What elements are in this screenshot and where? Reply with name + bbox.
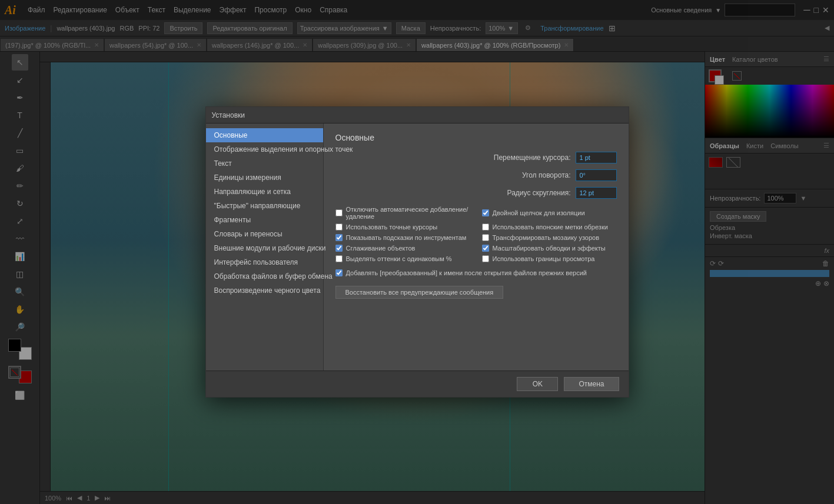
dialog-section-title: Основные [335, 133, 617, 142]
checkbox-label-8: Выделять оттенки с одинаковым % [346, 255, 452, 262]
dialog-menu-item-4[interactable]: Направляющие и сетка [206, 185, 323, 199]
field-label-0: Перемещение курсора: [483, 153, 571, 162]
checkbox-row-0: Отключить автоматическое добавление/удал… [335, 206, 470, 220]
dialog-menu-item-5[interactable]: "Быстрые" направляющие [206, 199, 323, 213]
dialog-menu-item-1[interactable]: Отображение выделения и опорных точек [206, 142, 323, 156]
checkbox-2[interactable] [335, 223, 343, 231]
checkboxes-area: Отключить автоматическое добавление/удал… [335, 206, 617, 262]
dialog-footer: OK Отмена [206, 371, 629, 397]
checkbox-row-2: Использовать точные курсоры [335, 223, 470, 231]
checkbox-7[interactable] [482, 245, 489, 252]
dialog-menu-item-2[interactable]: Текст [206, 156, 323, 171]
cancel-button[interactable]: Отмена [564, 377, 619, 391]
field-input-0[interactable] [576, 152, 617, 163]
field-label-1: Угол поворота: [483, 171, 571, 179]
dialog-content: Основные Перемещение курсора: Угол повор… [324, 124, 629, 371]
dialog-menu-item-0[interactable]: Основные [206, 128, 323, 142]
checkbox-label-3: Использовать японские метки обрезки [493, 223, 608, 231]
dialog-body: ОсновныеОтображение выделения и опорных … [206, 124, 629, 371]
checkbox-row-3: Использовать японские метки обрезки [482, 223, 617, 231]
ok-button[interactable]: OK [517, 377, 558, 391]
dialog-menu-item-6[interactable]: Фрагменты [206, 213, 323, 227]
checkbox-label-7: Масштабировать обводки и эффекты [493, 245, 606, 252]
checkbox-row-7: Масштабировать обводки и эффекты [482, 245, 617, 252]
preferences-dialog: Установки ОсновныеОтображение выделения … [205, 106, 629, 398]
field-input-1[interactable] [576, 169, 617, 181]
checkbox-label-2: Использовать точные курсоры [346, 223, 438, 231]
checkbox-9[interactable] [482, 255, 489, 262]
checkbox-long[interactable] [335, 269, 343, 276]
dialog-menu-item-11[interactable]: Воспроизведение черного цвета [206, 283, 323, 298]
dialog-menu-item-3[interactable]: Единицы измерения [206, 171, 323, 185]
checkbox-8[interactable] [335, 255, 343, 262]
checkbox-label-4: Показывать подсказки по инструментам [346, 234, 467, 241]
checkbox-4[interactable] [335, 234, 343, 241]
restore-warnings-btn[interactable]: Восстановить все предупреждающие сообщен… [335, 286, 504, 299]
checkbox-row-6: Сглаживание объектов [335, 245, 470, 252]
checkbox-row-8: Выделять оттенки с одинаковым % [335, 255, 470, 262]
checkbox-long-label: Добавлять [преобразованный] к имени посл… [346, 269, 587, 276]
checkbox-0[interactable] [335, 209, 343, 216]
dialog-titlebar: Установки [206, 107, 629, 124]
checkbox-3[interactable] [482, 223, 489, 231]
checkbox-row-long: Добавлять [преобразованный] к имени посл… [335, 269, 617, 276]
dialog-menu-item-8[interactable]: Внешние модули и рабочие диски [206, 241, 323, 255]
checkbox-row-4: Показывать подсказки по инструментам [335, 234, 470, 241]
dialog-menu-item-10[interactable]: Обработка файлов и буфер обмена [206, 269, 323, 283]
checkbox-label-5: Трансформировать мозаику узоров [493, 234, 600, 241]
checkbox-1[interactable] [482, 209, 489, 216]
dialog-menu-item-9[interactable]: Интерфейс пользователя [206, 255, 323, 269]
field-input-2[interactable] [576, 187, 617, 199]
checkbox-label-0: Отключить автоматическое добавление/удал… [346, 206, 470, 220]
checkbox-6[interactable] [335, 245, 343, 252]
checkbox-label-6: Сглаживание объектов [346, 245, 416, 252]
checkbox-row-5: Трансформировать мозаику узоров [482, 234, 617, 241]
field-row-1: Угол поворота: [335, 169, 617, 181]
field-row-2: Радиус скругления: [335, 187, 617, 199]
restore-btn-row: Восстановить все предупреждающие сообщен… [335, 286, 617, 299]
checkbox-label-9: Использовать границы просмотра [493, 255, 595, 262]
dialog-overlay: Установки ОсновныеОтображение выделения … [0, 0, 834, 504]
dialog-sidebar: ОсновныеОтображение выделения и опорных … [206, 124, 324, 371]
field-label-2: Радиус скругления: [483, 189, 571, 197]
field-row-0: Перемещение курсора: [335, 152, 617, 163]
checkbox-5[interactable] [482, 234, 489, 241]
dialog-menu-item-7[interactable]: Словарь и переносы [206, 227, 323, 241]
checkbox-row-1: Двойной щелчок для изоляции [482, 206, 617, 220]
checkbox-row-9: Использовать границы просмотра [482, 255, 617, 262]
dialog-title: Установки [212, 111, 245, 119]
checkbox-label-1: Двойной щелчок для изоляции [493, 209, 585, 216]
